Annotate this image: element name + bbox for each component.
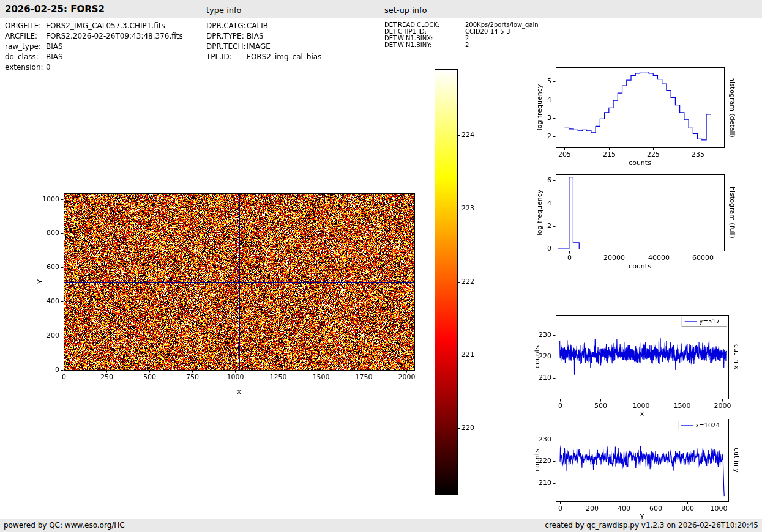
- meta-label: ARCFILE:: [5, 31, 46, 42]
- meta-value: 0: [46, 63, 51, 72]
- page-title: 2026-02-25: FORS2: [5, 4, 105, 15]
- meta-label: DET.WIN1.BINY:: [384, 42, 465, 48]
- histogram-full-plot: [556, 174, 724, 251]
- meta-label: DET.WIN1.BINX:: [384, 35, 465, 42]
- meta-row: DET.WIN1.BINY:2: [384, 42, 539, 48]
- meta-value: FORS2_IMG_CAL057.3.CHIP1.fits: [46, 21, 165, 30]
- meta-label: extension:: [5, 62, 46, 73]
- meta-row: DET.CHIP1.ID:CCID20-14-5-3: [384, 28, 539, 35]
- meta-row: ARCFILE:FORS2.2026-02-26T09:43:48.376.fi…: [5, 31, 183, 42]
- cut-in-y-plot: [556, 419, 728, 501]
- meta-label: DPR.TECH:: [206, 42, 247, 52]
- type-info-heading: type info: [206, 6, 242, 15]
- meta-value: CALIB: [247, 21, 268, 30]
- meta-row: extension:0: [5, 62, 183, 73]
- footer-left-text: powered by QC: www.eso.org/HC: [4, 519, 125, 532]
- meta-row: DET.READ.CLOCK:200Kps/2ports/low_gain: [384, 21, 539, 28]
- meta-label: DET.READ.CLOCK:: [384, 21, 465, 28]
- qc-report-page: 2026-02-25: FORS2 type info set-up info …: [0, 0, 762, 532]
- meta-row: DET.WIN1.BINX:2: [384, 35, 539, 42]
- histogram-detail-plot: [556, 67, 724, 147]
- cut-in-x-plot: [556, 315, 728, 399]
- meta-value: CCID20-14-5-3: [465, 28, 510, 35]
- meta-label: TPL.ID:: [206, 52, 247, 62]
- meta-value: FORS2_img_cal_bias: [247, 53, 321, 61]
- meta-row: DPR.TECH:IMAGE: [206, 42, 321, 52]
- bias-image-plot: [64, 193, 414, 370]
- meta-value: BIAS: [46, 42, 63, 51]
- type-info-block: DPR.CATG:CALIBDPR.TYPE:BIASDPR.TECH:IMAG…: [206, 21, 321, 62]
- colorbar: [435, 69, 457, 494]
- meta-label: ORIGFILE:: [5, 21, 46, 31]
- header-bar: 2026-02-25: FORS2 type info set-up info: [0, 0, 762, 18]
- meta-value: 200Kps/2ports/low_gain: [465, 21, 539, 28]
- meta-value: IMAGE: [247, 42, 271, 51]
- meta-row: TPL.ID:FORS2_img_cal_bias: [206, 52, 321, 62]
- meta-row: DPR.TYPE:BIAS: [206, 31, 321, 42]
- file-info-block: ORIGFILE:FORS2_IMG_CAL057.3.CHIP1.fitsAR…: [5, 21, 183, 73]
- meta-label: DPR.CATG:: [206, 21, 247, 31]
- meta-value: BIAS: [247, 32, 264, 40]
- meta-label: DPR.TYPE:: [206, 31, 247, 42]
- footer-right-text: created by qc_rawdisp.py v1.2.3 on 2026-…: [545, 519, 758, 532]
- meta-row: DPR.CATG:CALIB: [206, 21, 321, 31]
- meta-label: raw_type:: [5, 42, 46, 52]
- meta-value: FORS2.2026-02-26T09:43:48.376.fits: [46, 32, 183, 40]
- meta-value: BIAS: [46, 53, 63, 61]
- meta-label: do_class:: [5, 52, 46, 62]
- meta-value: 2: [465, 42, 469, 48]
- meta-row: ORIGFILE:FORS2_IMG_CAL057.3.CHIP1.fits: [5, 21, 183, 31]
- meta-value: 2: [465, 35, 469, 42]
- meta-row: do_class:BIAS: [5, 52, 183, 62]
- setup-info-heading: set-up info: [384, 6, 427, 15]
- footer-bar: powered by QC: www.eso.org/HC created by…: [0, 519, 762, 532]
- meta-label: DET.CHIP1.ID:: [384, 28, 465, 35]
- meta-row: raw_type:BIAS: [5, 42, 183, 52]
- setup-info-block: DET.READ.CLOCK:200Kps/2ports/low_gainDET…: [384, 21, 539, 48]
